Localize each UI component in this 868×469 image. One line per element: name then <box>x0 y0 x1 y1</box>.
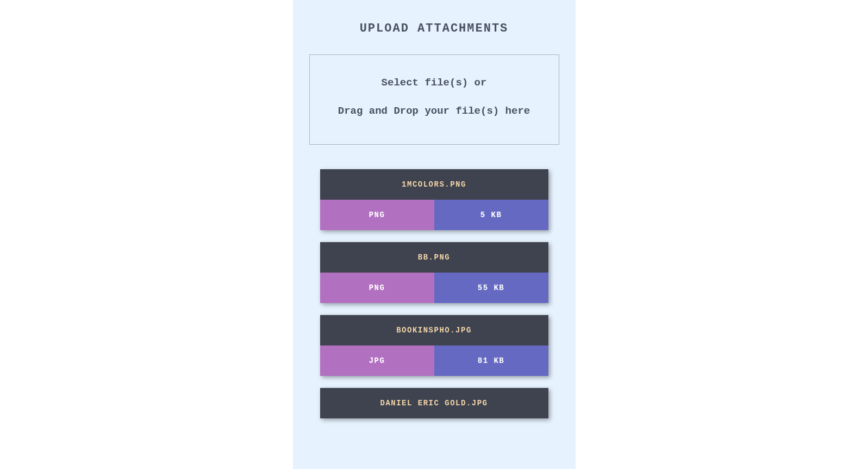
file-name: 1MCOLORS.PNG <box>320 169 548 200</box>
upload-container: UPLOAD ATTACHMENTS Select file(s) or Dra… <box>293 0 576 469</box>
file-size: 81 KB <box>434 345 548 376</box>
dropzone-text-drag: Drag and Drop your file(s) here <box>321 105 548 117</box>
file-meta-row: JPG 81 KB <box>320 345 548 376</box>
file-size: 5 KB <box>434 200 548 230</box>
file-type: PNG <box>320 273 434 303</box>
file-type: JPG <box>320 345 434 376</box>
file-size: 55 KB <box>434 273 548 303</box>
file-meta-row: PNG 55 KB <box>320 273 548 303</box>
file-card[interactable]: BOOKINSPHO.JPG JPG 81 KB <box>320 315 548 376</box>
file-name: BOOKINSPHO.JPG <box>320 315 548 345</box>
file-card[interactable]: BB.PNG PNG 55 KB <box>320 242 548 303</box>
file-meta-row: PNG 5 KB <box>320 200 548 230</box>
file-card[interactable]: DANIEL ERIC GOLD.JPG <box>320 388 548 418</box>
file-dropzone[interactable]: Select file(s) or Drag and Drop your fil… <box>309 54 559 145</box>
page-title: UPLOAD ATTACHMENTS <box>309 22 559 35</box>
file-name: BB.PNG <box>320 242 548 273</box>
file-name: DANIEL ERIC GOLD.JPG <box>320 388 548 418</box>
file-list: 1MCOLORS.PNG PNG 5 KB BB.PNG PNG 55 KB B… <box>309 169 559 418</box>
file-card[interactable]: 1MCOLORS.PNG PNG 5 KB <box>320 169 548 230</box>
file-type: PNG <box>320 200 434 230</box>
dropzone-text-select: Select file(s) or <box>321 77 548 89</box>
